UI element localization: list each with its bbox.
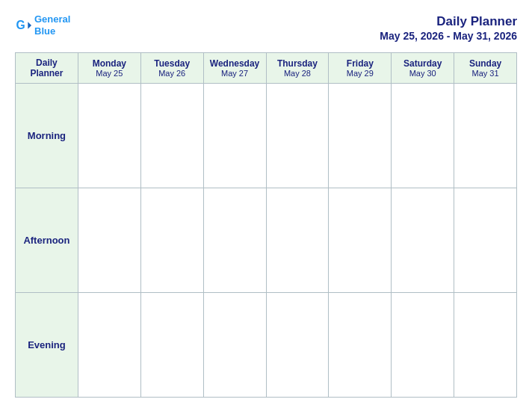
col-label-name: Daily — [19, 58, 75, 68]
page-header: G General Blue Daily Planner May 25, 202… — [15, 13, 517, 42]
col-sat-name: Saturday — [395, 58, 451, 69]
cell-afternoon-sun[interactable] — [454, 188, 517, 293]
cell-afternoon-thu[interactable] — [266, 188, 329, 293]
col-mon-date: May 25 — [81, 69, 137, 78]
col-wed-name: Wednesday — [207, 58, 263, 69]
row-label-morning: Morning — [16, 84, 78, 188]
calendar-row-afternoon: Afternoon — [16, 188, 517, 293]
page-title: Daily Planner — [380, 13, 517, 30]
logo-general-text: General — [34, 13, 70, 25]
cell-morning-sun[interactable] — [454, 84, 517, 188]
col-fri-date: May 29 — [332, 69, 388, 78]
header-row: Daily Planner Monday May 25 Tuesday May … — [16, 53, 517, 84]
row-label-evening: Evening — [16, 293, 78, 398]
col-mon-name: Monday — [81, 58, 137, 69]
calendar-table: Daily Planner Monday May 25 Tuesday May … — [15, 52, 517, 398]
cell-afternoon-wed[interactable] — [203, 188, 266, 293]
logo-blue-text: Blue — [34, 25, 55, 37]
col-label-name2: Planner — [19, 68, 75, 78]
cell-evening-sat[interactable] — [392, 293, 454, 398]
cell-afternoon-fri[interactable] — [329, 188, 392, 293]
logo-icon: G — [15, 17, 31, 34]
cell-evening-thu[interactable] — [266, 293, 329, 398]
cell-evening-mon[interactable] — [78, 293, 140, 398]
col-header-thu: Thursday May 28 — [266, 53, 329, 84]
col-header-sun: Sunday May 31 — [454, 53, 517, 84]
col-header-mon: Monday May 25 — [78, 53, 140, 84]
col-header-label: Daily Planner — [16, 53, 78, 84]
calendar-row-evening: Evening — [16, 293, 517, 398]
cell-afternoon-tue[interactable] — [140, 188, 203, 293]
cell-morning-tue[interactable] — [140, 84, 203, 188]
cell-afternoon-sat[interactable] — [392, 188, 454, 293]
logo: G General Blue — [15, 13, 70, 37]
logo-general: General — [34, 13, 70, 25]
logo-blue: Blue — [34, 25, 70, 37]
col-fri-name: Friday — [332, 58, 388, 69]
col-header-tue: Tuesday May 26 — [140, 53, 203, 84]
col-sun-date: May 31 — [457, 69, 513, 78]
col-sun-name: Sunday — [457, 58, 513, 69]
col-header-wed: Wednesday May 27 — [203, 53, 266, 84]
cell-morning-sat[interactable] — [392, 84, 454, 188]
cell-morning-fri[interactable] — [329, 84, 392, 188]
cell-morning-wed[interactable] — [203, 84, 266, 188]
cell-afternoon-mon[interactable] — [78, 188, 140, 293]
col-thu-name: Thursday — [270, 58, 326, 69]
cell-evening-fri[interactable] — [329, 293, 392, 398]
col-thu-date: May 28 — [270, 69, 326, 78]
date-range: May 25, 2026 - May 31, 2026 — [380, 30, 517, 42]
svg-marker-1 — [28, 22, 31, 28]
svg-text:G: G — [16, 18, 25, 31]
col-header-sat: Saturday May 30 — [392, 53, 454, 84]
cell-morning-mon[interactable] — [78, 84, 140, 188]
col-wed-date: May 27 — [207, 69, 263, 78]
cell-morning-thu[interactable] — [266, 84, 329, 188]
col-sat-date: May 30 — [395, 69, 451, 78]
title-area: Daily Planner May 25, 2026 - May 31, 202… — [380, 13, 517, 42]
cell-evening-sun[interactable] — [454, 293, 517, 398]
cell-evening-wed[interactable] — [203, 293, 266, 398]
cell-evening-tue[interactable] — [140, 293, 203, 398]
col-header-fri: Friday May 29 — [329, 53, 392, 84]
calendar-row-morning: Morning — [16, 84, 517, 188]
col-tue-name: Tuesday — [144, 58, 200, 69]
col-tue-date: May 26 — [144, 69, 200, 78]
row-label-afternoon: Afternoon — [16, 188, 78, 293]
